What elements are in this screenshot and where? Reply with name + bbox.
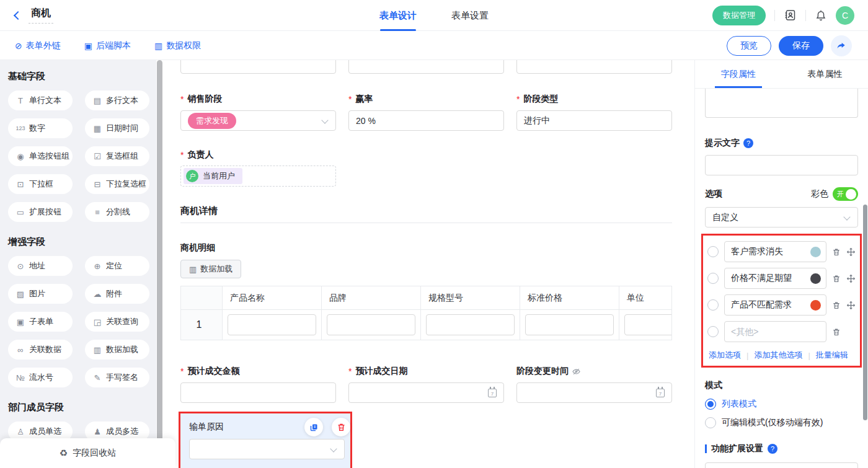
field-item-serial-number[interactable]: №流水号 [8, 368, 73, 387]
field-item-image[interactable]: ▨图片 [8, 284, 73, 304]
tab-form-properties[interactable]: 表单属性 [782, 60, 868, 88]
option-color-dot[interactable] [810, 300, 821, 311]
signature-icon: ✎ [92, 373, 102, 382]
option-other-input[interactable] [724, 321, 826, 342]
delete-option-icon[interactable] [832, 327, 841, 337]
spec-input[interactable] [426, 314, 515, 335]
field-item-select[interactable]: ⊡下拉框 [8, 174, 73, 194]
drag-move-icon[interactable] [846, 247, 856, 257]
notification-bell-icon[interactable] [815, 9, 827, 22]
field-item-checkbox-group[interactable]: ☑复选框组 [85, 146, 149, 166]
option-radio[interactable] [707, 246, 719, 257]
field-item-multi-select[interactable]: ⊟下拉复选框 [85, 174, 149, 194]
mode-editable-radio[interactable]: 可编辑模式(仅移动端有效) [705, 417, 858, 428]
field-item-attachment[interactable]: ☁附件 [85, 284, 149, 304]
expected-amount-input[interactable] [180, 382, 336, 403]
data-manage-button[interactable]: 数据管理 [712, 6, 766, 25]
unit-input[interactable] [624, 314, 672, 335]
back-icon[interactable] [14, 11, 22, 19]
data-load-button[interactable]: ▥ 数据加载 [180, 260, 241, 278]
field-item-related-data[interactable]: ∞关联数据 [8, 340, 73, 360]
properties-panel: 字段属性 表单属性 提示文字 ? 选项 彩色 开 自定义 [694, 60, 868, 468]
tab-form-design[interactable]: 表单设计 [379, 0, 417, 31]
help-icon[interactable]: ? [768, 444, 777, 454]
field-item-extend-button[interactable]: ▭扩展按钮 [8, 202, 73, 222]
drag-move-icon[interactable] [846, 274, 856, 283]
brand-input[interactable] [327, 314, 415, 335]
preview-button[interactable]: 预览 [727, 36, 771, 56]
delete-option-icon[interactable] [832, 301, 841, 310]
delete-field-button[interactable] [332, 418, 350, 436]
field-item-address[interactable]: ⊙地址 [8, 256, 73, 276]
add-operation-button[interactable]: 添加操作 [705, 462, 858, 468]
option-input[interactable] [724, 268, 826, 289]
copy-field-button[interactable] [304, 418, 323, 436]
drag-move-icon[interactable] [846, 301, 856, 310]
add-option-link[interactable]: 添加选项 [709, 350, 741, 361]
backend-script-icon: ▣ [84, 41, 92, 51]
hint-text-input[interactable] [705, 155, 858, 175]
option-input[interactable] [724, 294, 826, 316]
option-color-dot[interactable] [810, 247, 821, 257]
mode-list-radio[interactable]: 列表模式 [705, 399, 858, 410]
backend-script-link[interactable]: ▣ 后端脚本 [84, 40, 131, 51]
win-rate-input[interactable]: 20 % [348, 110, 504, 131]
field-item-data-load[interactable]: ▥数据加载 [85, 340, 149, 360]
subform-icon: ▣ [16, 317, 25, 327]
option-source-select[interactable]: 自定义 [705, 207, 858, 227]
add-other-option-link[interactable]: 添加其他选项 [754, 350, 802, 361]
external-link-icon: ⊘ [15, 41, 22, 51]
stage-change-time-input[interactable]: 7 [516, 382, 672, 403]
sidebar-scrollbar[interactable] [157, 60, 162, 468]
delete-option-icon[interactable] [832, 247, 841, 257]
selected-field-loss-reason[interactable]: 输单原因 [179, 412, 352, 468]
panel-scrollbar[interactable] [863, 205, 867, 420]
data-permission-link[interactable]: ▥ 数据权限 [154, 40, 201, 51]
accent-bar [705, 444, 707, 453]
save-button[interactable]: 保存 [779, 36, 823, 56]
loss-reason-select[interactable] [189, 439, 345, 459]
address-book-icon[interactable] [784, 9, 797, 22]
share-button[interactable] [831, 35, 852, 56]
field-item-number[interactable]: 123数字 [8, 118, 73, 138]
clipped-textarea[interactable] [705, 89, 858, 118]
page-title: 商机 [29, 7, 53, 24]
batch-edit-link[interactable]: 批量编辑 [816, 350, 848, 361]
field-item-lookup-query[interactable]: ◲关联查询 [85, 312, 149, 332]
trash-icon [337, 422, 346, 432]
tab-form-settings[interactable]: 表单设置 [451, 0, 489, 31]
clipped-input[interactable] [180, 60, 336, 74]
field-item-signature[interactable]: ✎手写签名 [85, 368, 149, 387]
option-radio[interactable] [707, 326, 719, 337]
field-item-location[interactable]: ⊕定位 [85, 256, 149, 276]
member-single-icon: ♙ [16, 427, 25, 436]
field-item-datetime[interactable]: ▦日期时间 [85, 118, 149, 138]
field-recycle-bin[interactable]: ♻ 字段回收站 [0, 438, 175, 468]
mode-label: 模式 [705, 380, 858, 391]
datetime-icon: ▦ [92, 124, 102, 133]
clipped-input[interactable] [516, 60, 672, 74]
color-toggle[interactable]: 开 [833, 187, 858, 201]
expected-date-input[interactable]: 7 [348, 382, 504, 403]
product-name-input[interactable] [228, 314, 316, 335]
option-color-dot[interactable] [810, 273, 821, 284]
field-item-multi-line-text[interactable]: ▤多行文本 [85, 91, 149, 110]
option-input[interactable] [724, 241, 826, 262]
option-radio[interactable] [707, 299, 719, 311]
clipped-input[interactable] [348, 60, 504, 74]
sales-stage-select[interactable]: 需求发现 [180, 110, 336, 131]
field-item-single-line-text[interactable]: T单行文本 [8, 91, 73, 110]
delete-option-icon[interactable] [832, 274, 841, 283]
field-item-subform[interactable]: ▣子表单 [8, 312, 73, 332]
option-radio[interactable] [707, 273, 719, 284]
chevron-down-icon [321, 117, 328, 123]
stage-type-input[interactable]: 进行中 [516, 110, 672, 131]
field-item-divider[interactable]: ≡分割线 [85, 202, 149, 222]
avatar[interactable]: C [836, 6, 854, 25]
price-input[interactable] [525, 314, 614, 335]
field-item-radio-group[interactable]: ◉单选按钮组 [8, 146, 73, 166]
owner-field[interactable]: 户 当前用户 [180, 166, 336, 187]
help-icon[interactable]: ? [743, 138, 753, 148]
form-external-link[interactable]: ⊘ 表单外链 [15, 40, 61, 51]
tab-field-properties[interactable]: 字段属性 [695, 60, 782, 88]
